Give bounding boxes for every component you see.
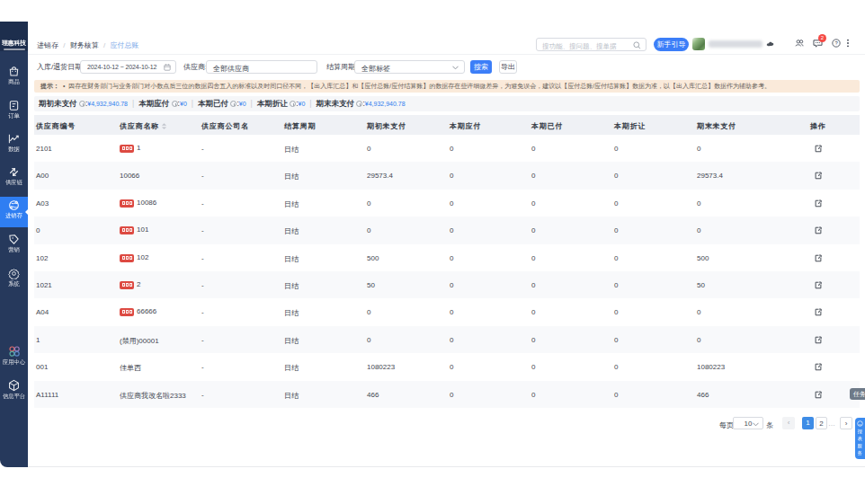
svg-text:?: ? xyxy=(834,40,838,46)
